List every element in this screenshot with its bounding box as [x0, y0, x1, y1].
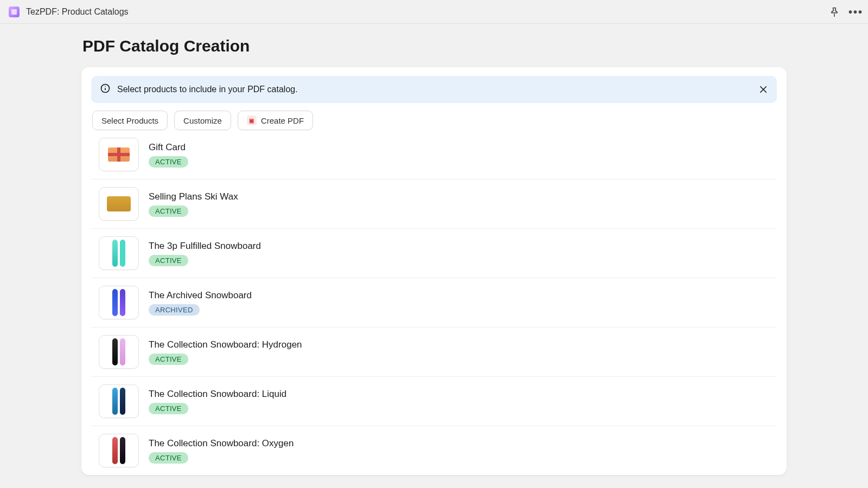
pdf-icon: ▣: [247, 115, 257, 125]
info-banner: Select products to include in your PDF c…: [91, 76, 777, 103]
product-thumbnail: [99, 434, 139, 467]
product-thumbnail: [99, 187, 139, 221]
status-badge: ACTIVE: [149, 354, 188, 365]
pin-icon[interactable]: [829, 7, 840, 17]
svg-point-2: [105, 86, 106, 87]
product-list: Gift Card ACTIVE Selling Plans Ski Wax A…: [91, 138, 777, 475]
main-card: Select products to include in your PDF c…: [81, 67, 787, 475]
status-badge: ACTIVE: [149, 403, 188, 414]
product-name: The Archived Snowboard: [149, 290, 252, 301]
page: PDF Catalog Creation Select products to …: [0, 24, 868, 475]
select-products-button[interactable]: Select Products: [92, 111, 168, 130]
app-title: TezPDF: Product Catalogs: [26, 7, 129, 17]
product-info: The Collection Snowboard: Liquid ACTIVE: [149, 389, 286, 414]
banner-text: Select products to include in your PDF c…: [117, 85, 298, 94]
top-bar-left: TezPDF: Product Catalogs: [9, 7, 129, 17]
create-pdf-button[interactable]: ▣ Create PDF: [238, 111, 313, 130]
page-title: PDF Catalog Creation: [82, 37, 787, 55]
product-thumbnail: [99, 286, 139, 319]
list-item[interactable]: The Collection Snowboard: Oxygen ACTIVE: [91, 426, 777, 475]
status-badge: ARCHIVED: [149, 304, 200, 316]
product-thumbnail: [99, 236, 139, 270]
product-name: The 3p Fulfilled Snowboard: [149, 241, 261, 252]
product-info: The Collection Snowboard: Hydrogen ACTIV…: [149, 339, 302, 365]
status-badge: ACTIVE: [149, 156, 188, 168]
product-info: The Collection Snowboard: Oxygen ACTIVE: [149, 438, 293, 464]
product-info: Gift Card ACTIVE: [149, 142, 188, 168]
product-info: The 3p Fulfilled Snowboard ACTIVE: [149, 241, 261, 266]
create-pdf-label: Create PDF: [261, 116, 304, 125]
app-icon: [9, 7, 20, 17]
product-thumbnail: [99, 138, 139, 171]
product-name: The Collection Snowboard: Oxygen: [149, 438, 293, 449]
toolbar: Select Products Customize ▣ Create PDF: [91, 111, 777, 130]
list-item[interactable]: The Archived Snowboard ARCHIVED: [91, 278, 777, 328]
product-name: The Collection Snowboard: Hydrogen: [149, 339, 302, 350]
top-bar-right: •••: [829, 7, 859, 17]
customize-button[interactable]: Customize: [174, 111, 231, 130]
status-badge: ACTIVE: [149, 206, 188, 217]
product-name: The Collection Snowboard: Liquid: [149, 389, 286, 400]
select-products-label: Select Products: [101, 116, 158, 125]
list-item[interactable]: The 3p Fulfilled Snowboard ACTIVE: [91, 229, 777, 278]
status-badge: ACTIVE: [149, 452, 188, 464]
list-item[interactable]: Selling Plans Ski Wax ACTIVE: [91, 179, 777, 229]
product-name: Gift Card: [149, 142, 188, 153]
list-item[interactable]: The Collection Snowboard: Hydrogen ACTIV…: [91, 328, 777, 377]
top-bar: TezPDF: Product Catalogs •••: [0, 0, 868, 24]
more-icon[interactable]: •••: [848, 7, 859, 17]
product-name: Selling Plans Ski Wax: [149, 191, 238, 202]
list-item[interactable]: Gift Card ACTIVE: [91, 138, 777, 179]
status-badge: ACTIVE: [149, 255, 188, 266]
list-item[interactable]: The Collection Snowboard: Liquid ACTIVE: [91, 377, 777, 426]
product-info: Selling Plans Ski Wax ACTIVE: [149, 191, 238, 217]
product-thumbnail: [99, 384, 139, 418]
product-info: The Archived Snowboard ARCHIVED: [149, 290, 252, 316]
info-icon: [100, 83, 111, 96]
close-icon[interactable]: [758, 85, 768, 94]
customize-label: Customize: [183, 116, 222, 125]
product-thumbnail: [99, 335, 139, 369]
